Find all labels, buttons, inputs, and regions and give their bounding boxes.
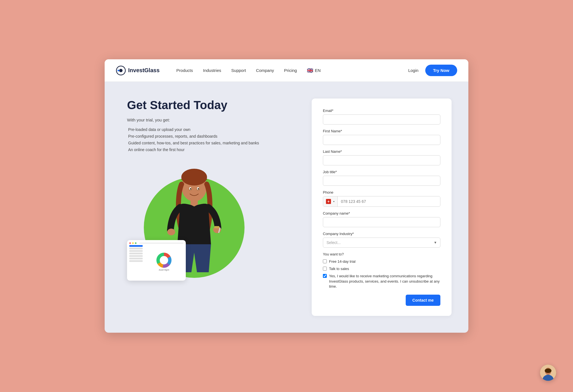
sales-checkbox[interactable] (323, 267, 327, 271)
minimize-dot (132, 242, 134, 244)
page-title: Get Started Today (127, 98, 300, 112)
phone-group: Phone • (323, 190, 440, 207)
nav-pricing[interactable]: Pricing (284, 68, 297, 73)
benefits-list: Pre-loaded data or upload your own Pre-c… (127, 127, 300, 152)
checkbox-marketing: Yes, I would like to receive marketing c… (323, 274, 440, 289)
jobtitle-input[interactable] (323, 176, 440, 186)
company-group: Company name* (323, 211, 440, 227)
logo-icon (116, 65, 126, 76)
language-selector[interactable]: 🇬🇧 EN (307, 67, 321, 74)
nav-products[interactable]: Products (176, 68, 193, 73)
svg-point-14 (190, 188, 191, 190)
lastname-group: Last Name* (323, 149, 440, 165)
hero-visual: Asset Mgmt (127, 160, 261, 283)
chat-avatar-bubble[interactable] (540, 365, 556, 381)
phone-label: Phone (323, 190, 440, 194)
main-window: InvestGlass Products Industries Support … (105, 59, 468, 333)
benefit-1: Pre-loaded data or upload your own (127, 127, 300, 132)
benefit-2: Pre-configured processes, reports, and d… (127, 134, 300, 139)
contact-me-button[interactable]: Contact me (406, 295, 440, 306)
brand-name: InvestGlass (128, 67, 159, 74)
dash-main: Asset Mgmt (144, 245, 184, 278)
main-content: Get Started Today With your trial, you g… (105, 82, 468, 333)
lastname-label: Last Name* (323, 149, 440, 154)
phone-separator: • (333, 199, 335, 204)
logo-area[interactable]: InvestGlass (116, 65, 159, 76)
dash-sidebar (129, 245, 143, 278)
svg-point-8 (167, 229, 175, 235)
dash-chart-label: Asset Mgmt (159, 269, 169, 271)
trial-checkbox[interactable] (323, 259, 327, 263)
phone-country-selector[interactable]: • (323, 196, 338, 206)
company-input[interactable] (323, 217, 440, 227)
trial-label[interactable]: Free 14-day trial (329, 259, 356, 264)
nav-links: Products Industries Support Company Pric… (176, 67, 397, 74)
hero-subtitle: With your trial, you get: (127, 118, 300, 122)
benefit-3: Guided content, how-tos, and best practi… (127, 141, 300, 145)
company-label: Company name* (323, 211, 440, 215)
title-bar (139, 243, 184, 244)
donut-chart (156, 253, 172, 268)
gb-flag-icon: 🇬🇧 (307, 67, 313, 74)
industry-label: Company Industry* (323, 232, 440, 236)
you-want-section: You want to? Free 14-day trial Talk to s… (323, 252, 440, 289)
try-now-button[interactable]: Try Now (425, 65, 457, 76)
svg-point-15 (198, 188, 199, 190)
email-group: Email* (323, 109, 440, 125)
donut-hole (160, 256, 168, 264)
form-card: Email* First Name* Last Name* Job title*… (312, 98, 452, 316)
industry-group: Company Industry* Select... Finance Bank… (323, 232, 440, 248)
close-dot (129, 242, 131, 244)
phone-input-group: • (323, 196, 440, 207)
lang-label: EN (315, 68, 321, 73)
firstname-label: First Name* (323, 129, 440, 133)
jobtitle-label: Job title* (323, 170, 440, 174)
maximize-dot (135, 242, 137, 244)
left-section: Get Started Today With your trial, you g… (127, 98, 300, 283)
jobtitle-group: Job title* (323, 170, 440, 186)
svg-rect-9 (214, 226, 219, 228)
swiss-flag-icon (326, 199, 331, 204)
you-want-label: You want to? (323, 252, 440, 256)
lastname-input[interactable] (323, 155, 440, 165)
phone-number-input[interactable] (338, 197, 440, 206)
login-link[interactable]: Login (408, 68, 419, 73)
marketing-label[interactable]: Yes, I would like to receive marketing c… (329, 274, 440, 289)
dashboard-card: Asset Mgmt (127, 240, 186, 281)
form-footer: Contact me (323, 295, 440, 306)
nav-support[interactable]: Support (231, 68, 246, 73)
sales-label[interactable]: Talk to sales (329, 266, 349, 271)
navbar: InvestGlass Products Industries Support … (105, 59, 468, 82)
svg-point-18 (545, 368, 551, 373)
email-label: Email* (323, 109, 440, 113)
nav-industries[interactable]: Industries (203, 68, 221, 73)
nav-company[interactable]: Company (256, 68, 274, 73)
industry-select-wrapper: Select... Finance Banking Insurance Tech… (323, 238, 440, 248)
email-input[interactable] (323, 114, 440, 125)
right-section: Email* First Name* Last Name* Job title*… (312, 98, 452, 316)
marketing-checkbox[interactable] (323, 274, 327, 278)
nav-right: Login Try Now (408, 65, 457, 76)
firstname-group: First Name* (323, 129, 440, 145)
benefit-4: An online coach for the first hour (127, 147, 300, 152)
checkbox-sales: Talk to sales (323, 266, 440, 271)
svg-point-2 (118, 70, 119, 71)
svg-point-1 (119, 69, 123, 72)
industry-select[interactable]: Select... Finance Banking Insurance Tech… (323, 238, 440, 248)
firstname-input[interactable] (323, 135, 440, 145)
checkbox-trial: Free 14-day trial (323, 259, 440, 264)
avatar-image (540, 365, 556, 381)
